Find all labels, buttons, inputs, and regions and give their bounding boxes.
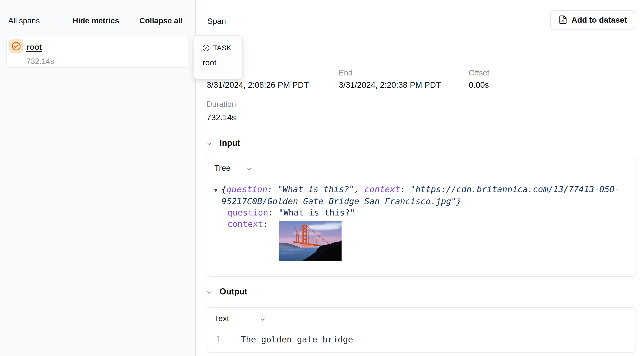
input-card: Tree ▼{question: "What is this?", contex… bbox=[207, 157, 636, 277]
span-tree-panel: All spans Hide metrics Collapse all root… bbox=[0, 0, 196, 356]
output-text: The golden gate bridge bbox=[241, 334, 353, 344]
tree-expander[interactable]: ▼ bbox=[214, 184, 222, 196]
duration-label: Duration bbox=[206, 100, 236, 109]
json-value: "What is this?" bbox=[278, 184, 354, 194]
end-value: 3/31/2024, 2:20:38 PM PDT bbox=[339, 80, 441, 90]
file-plus-icon bbox=[558, 15, 568, 25]
output-view-select-value: Text bbox=[214, 314, 229, 323]
task-type-label: TASK bbox=[213, 44, 231, 52]
span-hover-card: TASK root bbox=[194, 35, 242, 79]
input-view-select[interactable]: Tree bbox=[214, 163, 230, 173]
popup-span-name: root bbox=[202, 58, 216, 67]
json-value: "https://cdn.britannica.com/13/77413-050… bbox=[410, 184, 620, 194]
input-json-tree: ▼{question: "What is this?", context: "h… bbox=[214, 184, 629, 261]
add-to-dataset-button[interactable]: Add to dataset bbox=[550, 10, 635, 30]
json-child-context: context: bbox=[214, 218, 629, 261]
check-circle-icon bbox=[11, 41, 21, 51]
context-image-thumbnail[interactable] bbox=[279, 221, 342, 261]
json-key: question bbox=[227, 208, 268, 217]
chevron-down-icon[interactable] bbox=[260, 316, 266, 323]
output-collapse-chevron-icon[interactable] bbox=[206, 289, 212, 296]
input-view-select-value: Tree bbox=[214, 163, 230, 173]
collapse-all-button[interactable]: Collapse all bbox=[140, 16, 182, 26]
json-preview-line: ▼{question: "What is this?", context: "h… bbox=[214, 184, 629, 196]
output-view-select[interactable]: Text bbox=[214, 314, 229, 323]
json-key: question bbox=[226, 184, 267, 194]
end-label: End bbox=[339, 68, 352, 77]
start-value: 3/31/2024, 2:08:26 PM PDT bbox=[206, 80, 309, 90]
input-section-header[interactable]: Input bbox=[220, 138, 240, 148]
json-key: context bbox=[227, 219, 263, 229]
hide-metrics-button[interactable]: Hide metrics bbox=[72, 16, 119, 26]
output-card: Text 1 The golden gate bridge bbox=[207, 307, 636, 353]
json-value: "What is this?" bbox=[278, 208, 355, 217]
task-status-chip bbox=[9, 39, 23, 53]
span-duration: 732.14s bbox=[26, 57, 54, 66]
chevron-down-icon[interactable] bbox=[246, 166, 252, 172]
span-row-root[interactable]: root 732.14s bbox=[6, 36, 188, 68]
offset-label: Offset bbox=[469, 68, 489, 77]
offset-value: 0.00s bbox=[469, 80, 489, 90]
span-name-link[interactable]: root bbox=[26, 43, 42, 52]
all-spans-filter[interactable]: All spans bbox=[8, 16, 40, 26]
input-collapse-chevron-icon[interactable] bbox=[206, 141, 212, 147]
task-type-icon bbox=[202, 44, 210, 52]
output-section-header[interactable]: Output bbox=[220, 287, 247, 297]
json-key: context bbox=[364, 184, 400, 194]
duration-value: 732.14s bbox=[206, 113, 236, 122]
json-preview-line-wrap: 95217C0B/Golden-Gate-Bridge-San-Francisc… bbox=[214, 196, 629, 207]
add-to-dataset-label: Add to dataset bbox=[572, 15, 627, 25]
line-number: 1 bbox=[216, 334, 221, 344]
page-title: Span bbox=[207, 17, 226, 26]
json-value: 95217C0B/Golden-Gate-Bridge-San-Francisc… bbox=[222, 196, 456, 206]
json-child-question: question: "What is this?" bbox=[214, 207, 629, 218]
